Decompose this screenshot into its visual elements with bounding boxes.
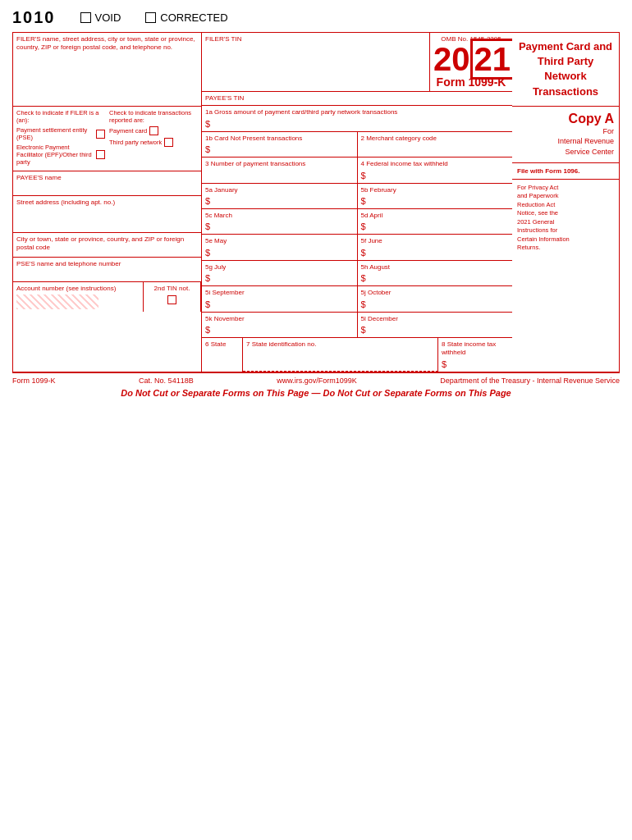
- pse-checkbox[interactable]: [96, 130, 105, 139]
- corrected-checkbox-item[interactable]: CORRECTED: [145, 11, 227, 24]
- card-np-row: 1b Card Not Present transactions $ 2 Mer…: [202, 132, 512, 158]
- city-cell[interactable]: City or town, state or province, country…: [13, 233, 201, 258]
- num-payment-cell[interactable]: 3 Number of payment transactions: [202, 158, 358, 182]
- privacy-line4: Notice, see the: [517, 209, 558, 217]
- tin2-checkbox[interactable]: [167, 295, 176, 304]
- third-party-row: Third party network: [109, 138, 198, 147]
- street-cell[interactable]: Street address (including apt. no.): [13, 196, 201, 233]
- third-party-label: Third party network: [109, 139, 162, 146]
- payment-card-label: Payment card: [109, 127, 147, 135]
- form-id-span: 1099-K: [468, 75, 506, 89]
- month-sep[interactable]: 5i September $: [202, 286, 358, 311]
- account-cell[interactable]: Account number (see instructions): [13, 282, 144, 312]
- right-title-line3: Network: [544, 70, 586, 82]
- footer-url: www.irs.gov/Form1099K: [277, 377, 357, 385]
- month-row-nov-dec: 5k November $ 5l December $: [202, 313, 512, 337]
- gross-label: 1a Gross amount of payment card/third pa…: [205, 108, 397, 116]
- check-section: Check to indicate if FILER is a (an): Pa…: [13, 107, 201, 171]
- state8-label: 8 State income tax withheld: [442, 340, 496, 356]
- pse-name-cell[interactable]: PSE'S name and telephone number: [13, 258, 201, 282]
- top-header: 1010 VOID CORRECTED: [12, 8, 620, 27]
- check-trans-label: Check to indicate transactions reported …: [109, 109, 198, 124]
- void-label: VOID: [95, 11, 121, 24]
- copy-for: For: [603, 127, 615, 135]
- payment-card-checkbox[interactable]: [149, 126, 158, 135]
- footer-cat: Cat. No. 54118B: [139, 377, 194, 385]
- month-mar[interactable]: 5c March $: [202, 209, 358, 234]
- pse-label: Payment settlement entity (PSE): [16, 126, 94, 141]
- privacy-line1: For Privacy Act: [517, 184, 558, 191]
- copy-a-sub: For Internal Revenue Service Center: [517, 126, 614, 158]
- monthly-grid: 5a January $ 5b February $ 5c March $: [202, 184, 512, 337]
- month-row-jul-aug: 5g July $ 5h August $: [202, 261, 512, 286]
- year-20: 20: [433, 41, 470, 77]
- month-dec[interactable]: 5l December $: [358, 313, 513, 337]
- month-jun[interactable]: 5f June $: [358, 235, 513, 259]
- omb-year: 2021: [433, 43, 509, 75]
- state6-cell[interactable]: 6 State: [202, 338, 243, 372]
- pse-name-label: PSE'S name and telephone number: [16, 260, 121, 267]
- payee-tin-row[interactable]: PAYEE'S TIN: [202, 92, 512, 106]
- payee-tin-label: PAYEE'S TIN: [205, 94, 244, 102]
- tin2-cell: 2nd TIN not.: [144, 282, 201, 312]
- month-jul[interactable]: 5g July $: [202, 261, 358, 285]
- payee-name-label: PAYEE'S name: [16, 174, 62, 181]
- copy-org2: Service Center: [565, 148, 614, 156]
- copy-org: Internal Revenue: [557, 137, 614, 145]
- epf-row: Electronic Payment Facilitator (EPF)/Oth…: [16, 144, 105, 166]
- month-apr[interactable]: 5d April $: [358, 209, 513, 234]
- right-panel: Payment Card and Third Party Network Tra…: [512, 33, 619, 372]
- right-title-line4: Transactions: [533, 85, 598, 98]
- payee-name-cell[interactable]: PAYEE'S name: [13, 171, 201, 196]
- month-jan[interactable]: 5a January $: [202, 184, 358, 208]
- footer-dept: Department of the Treasury - Internal Re…: [440, 377, 620, 385]
- form-footer: Form 1099-K Cat. No. 54118B www.irs.gov/…: [12, 377, 620, 385]
- card-np-cell[interactable]: 1b Card Not Present transactions $: [202, 132, 358, 157]
- gross-row[interactable]: 1a Gross amount of payment card/third pa…: [202, 106, 512, 131]
- corrected-checkbox[interactable]: [145, 12, 156, 23]
- form-1099k-label: Form 1099-K: [433, 75, 509, 89]
- month-nov[interactable]: 5k November $: [202, 313, 358, 337]
- month-row-sep-oct: 5i September $ 5j October $: [202, 286, 512, 312]
- month-oct[interactable]: 5j October $: [358, 286, 513, 311]
- fed-withheld-cell[interactable]: 4 Federal income tax withheld $: [358, 158, 513, 182]
- state8-cell[interactable]: 8 State income tax withheld $: [438, 338, 512, 372]
- middle-section: FILER'S TIN OMB No. 1545-2205 2021 Form …: [202, 33, 512, 372]
- month-feb[interactable]: 5b February $: [358, 184, 513, 208]
- filer-tin-cell[interactable]: FILER'S TIN: [202, 33, 430, 91]
- fed-dollar: $: [361, 171, 510, 180]
- check-filer-col: Check to indicate if FILER is a (an): Pa…: [16, 109, 105, 168]
- void-checkbox-item[interactable]: VOID: [80, 11, 121, 24]
- filer-name-cell[interactable]: FILER'S name, street address, city or to…: [13, 33, 201, 107]
- third-party-checkbox[interactable]: [164, 138, 173, 147]
- privacy-line3: Reduction Act: [517, 201, 555, 208]
- state8-dollar: $: [442, 359, 509, 369]
- merchant-cell[interactable]: 2 Merchant category code: [358, 132, 513, 157]
- epf-label: Electronic Payment Facilitator (EPF)/Oth…: [16, 144, 94, 166]
- check-trans-col: Check to indicate transactions reported …: [109, 109, 198, 168]
- month-row-may-jun: 5e May $ 5f June $: [202, 235, 512, 260]
- num-fed-row: 3 Number of payment transactions 4 Feder…: [202, 158, 512, 183]
- form-number-top: 1010: [12, 8, 56, 27]
- privacy-line8: Returns.: [517, 244, 540, 251]
- privacy-notice: For Privacy Act and Paperwork Reduction …: [512, 180, 619, 257]
- tin-omb-row: FILER'S TIN OMB No. 1545-2205 2021 Form …: [202, 33, 512, 92]
- account-label: Account number (see instructions): [16, 285, 116, 292]
- copy-a-section: Copy A For Internal Revenue Service Cent…: [512, 107, 619, 163]
- omb-cell: OMB No. 1545-2205 2021 Form 1099-K: [430, 33, 512, 91]
- epf-checkbox[interactable]: [96, 150, 105, 159]
- right-title: Payment Card and Third Party Network Tra…: [512, 33, 619, 107]
- footer-form: Form 1099-K: [12, 377, 56, 385]
- city-label: City or town, state or province, country…: [16, 235, 184, 251]
- file-notice: File with Form 1096.: [512, 163, 619, 180]
- void-checkbox[interactable]: [80, 12, 91, 23]
- month-may[interactable]: 5e May $: [202, 235, 358, 259]
- state7-cell[interactable]: 7 State identification no.: [243, 338, 438, 372]
- card-np-dollar: $: [205, 144, 354, 154]
- copy-a-label: Copy A: [517, 112, 614, 126]
- street-label: Street address (including apt. no.): [16, 199, 115, 206]
- privacy-line2: and Paperwork: [517, 192, 558, 199]
- filer-label: FILER'S name, street address, city or to…: [16, 35, 195, 51]
- left-main: FILER'S name, street address, city or to…: [13, 33, 202, 372]
- month-aug[interactable]: 5h August $: [358, 261, 513, 285]
